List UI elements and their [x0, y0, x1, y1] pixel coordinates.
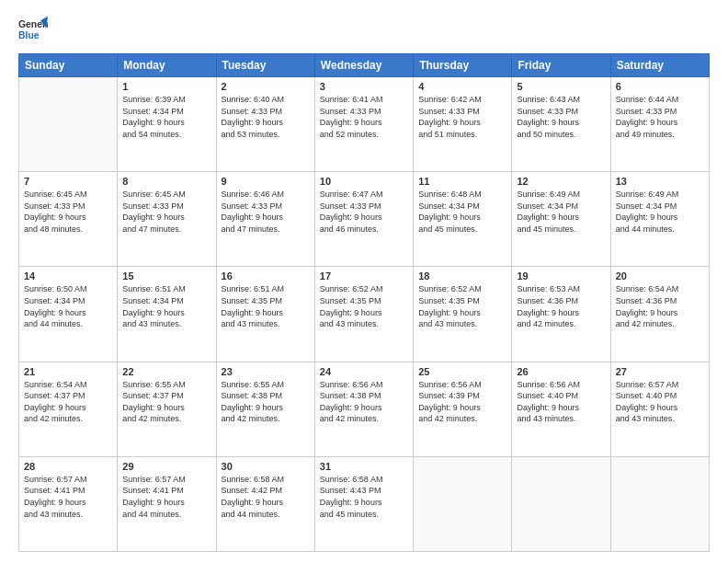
day-info: Sunrise: 6:51 AMSunset: 4:34 PMDaylight:…: [122, 283, 210, 329]
day-info: Sunrise: 6:48 AMSunset: 4:34 PMDaylight:…: [418, 189, 506, 235]
calendar-week: 28Sunrise: 6:57 AMSunset: 4:41 PMDayligh…: [19, 456, 710, 551]
day-number: 24: [320, 366, 408, 377]
day-info: Sunrise: 6:56 AMSunset: 4:38 PMDaylight:…: [320, 379, 408, 425]
day-number: 20: [616, 270, 704, 282]
calendar-day: 18Sunrise: 6:52 AMSunset: 4:35 PMDayligh…: [414, 267, 512, 362]
day-number: 4: [418, 81, 506, 92]
day-info: Sunrise: 6:55 AMSunset: 4:37 PMDaylight:…: [122, 379, 210, 425]
calendar-day: 26Sunrise: 6:56 AMSunset: 4:40 PMDayligh…: [512, 362, 610, 456]
calendar-day: 20Sunrise: 6:54 AMSunset: 4:36 PMDayligh…: [610, 267, 709, 362]
calendar-day: 6Sunrise: 6:44 AMSunset: 4:33 PMDaylight…: [610, 77, 709, 172]
day-number: 18: [418, 270, 506, 282]
day-info: Sunrise: 6:49 AMSunset: 4:34 PMDaylight:…: [517, 189, 605, 235]
day-number: 19: [517, 270, 605, 282]
logo: General Blue: [18, 15, 48, 44]
day-info: Sunrise: 6:56 AMSunset: 4:40 PMDaylight:…: [517, 379, 605, 425]
day-number: 29: [122, 461, 210, 472]
day-info: Sunrise: 6:57 AMSunset: 4:41 PMDaylight:…: [24, 474, 112, 520]
day-info: Sunrise: 6:44 AMSunset: 4:33 PMDaylight:…: [616, 94, 704, 140]
page: General Blue SundayMondayTuesdayWednesda…: [0, 0, 728, 563]
calendar-day: 2Sunrise: 6:40 AMSunset: 4:33 PMDaylight…: [216, 77, 314, 172]
day-info: Sunrise: 6:57 AMSunset: 4:40 PMDaylight:…: [616, 379, 704, 425]
calendar-day: 19Sunrise: 6:53 AMSunset: 4:36 PMDayligh…: [512, 267, 610, 362]
calendar-day: 27Sunrise: 6:57 AMSunset: 4:40 PMDayligh…: [610, 362, 709, 456]
day-info: Sunrise: 6:42 AMSunset: 4:33 PMDaylight:…: [418, 94, 506, 140]
day-info: Sunrise: 6:56 AMSunset: 4:39 PMDaylight:…: [418, 379, 506, 425]
day-info: Sunrise: 6:52 AMSunset: 4:35 PMDaylight:…: [320, 283, 408, 329]
calendar-day: 14Sunrise: 6:50 AMSunset: 4:34 PMDayligh…: [19, 267, 118, 362]
calendar-day: 30Sunrise: 6:58 AMSunset: 4:42 PMDayligh…: [216, 456, 314, 551]
calendar-week: 1Sunrise: 6:39 AMSunset: 4:34 PMDaylight…: [19, 77, 710, 172]
calendar-day: [512, 456, 610, 551]
day-number: 17: [320, 270, 408, 282]
day-info: Sunrise: 6:51 AMSunset: 4:35 PMDaylight:…: [222, 283, 310, 329]
day-number: 22: [122, 366, 210, 377]
calendar-day: 12Sunrise: 6:49 AMSunset: 4:34 PMDayligh…: [512, 172, 610, 267]
calendar-week: 14Sunrise: 6:50 AMSunset: 4:34 PMDayligh…: [19, 267, 710, 362]
weekday-header: Sunday: [19, 54, 118, 77]
day-info: Sunrise: 6:58 AMSunset: 4:42 PMDaylight:…: [222, 474, 310, 520]
calendar-day: 21Sunrise: 6:54 AMSunset: 4:37 PMDayligh…: [19, 362, 118, 456]
day-number: 2: [222, 81, 310, 92]
calendar-day: 5Sunrise: 6:43 AMSunset: 4:33 PMDaylight…: [512, 77, 610, 172]
day-number: 11: [418, 176, 506, 187]
weekday-header: Friday: [512, 54, 610, 77]
calendar-day: 17Sunrise: 6:52 AMSunset: 4:35 PMDayligh…: [314, 267, 413, 362]
day-number: 12: [517, 176, 605, 187]
calendar-day: 11Sunrise: 6:48 AMSunset: 4:34 PMDayligh…: [414, 172, 512, 267]
calendar-body: 1Sunrise: 6:39 AMSunset: 4:34 PMDaylight…: [19, 77, 710, 552]
calendar-week: 21Sunrise: 6:54 AMSunset: 4:37 PMDayligh…: [19, 362, 710, 456]
day-info: Sunrise: 6:52 AMSunset: 4:35 PMDaylight:…: [418, 283, 506, 329]
calendar-week: 7Sunrise: 6:45 AMSunset: 4:33 PMDaylight…: [19, 172, 710, 267]
calendar-day: 16Sunrise: 6:51 AMSunset: 4:35 PMDayligh…: [216, 267, 314, 362]
day-number: 3: [320, 81, 408, 92]
day-number: 14: [24, 270, 112, 282]
calendar-day: 7Sunrise: 6:45 AMSunset: 4:33 PMDaylight…: [19, 172, 118, 267]
day-number: 5: [517, 81, 605, 92]
calendar-day: 10Sunrise: 6:47 AMSunset: 4:33 PMDayligh…: [314, 172, 413, 267]
svg-text:Blue: Blue: [18, 30, 40, 40]
day-number: 8: [122, 176, 210, 187]
weekday-header: Tuesday: [216, 54, 314, 77]
day-number: 1: [122, 81, 210, 92]
calendar-day: 4Sunrise: 6:42 AMSunset: 4:33 PMDaylight…: [414, 77, 512, 172]
day-number: 16: [222, 270, 310, 282]
day-number: 26: [517, 366, 605, 377]
calendar-day: 28Sunrise: 6:57 AMSunset: 4:41 PMDayligh…: [19, 456, 118, 551]
calendar-day: 8Sunrise: 6:45 AMSunset: 4:33 PMDaylight…: [118, 172, 216, 267]
day-number: 23: [222, 366, 310, 377]
calendar-day: 15Sunrise: 6:51 AMSunset: 4:34 PMDayligh…: [118, 267, 216, 362]
day-info: Sunrise: 6:47 AMSunset: 4:33 PMDaylight:…: [320, 189, 408, 235]
day-number: 25: [418, 366, 506, 377]
calendar-day: 9Sunrise: 6:46 AMSunset: 4:33 PMDaylight…: [216, 172, 314, 267]
day-info: Sunrise: 6:45 AMSunset: 4:33 PMDaylight:…: [122, 189, 210, 235]
day-number: 28: [24, 461, 112, 472]
day-info: Sunrise: 6:40 AMSunset: 4:33 PMDaylight:…: [222, 94, 310, 140]
calendar-day: 13Sunrise: 6:49 AMSunset: 4:34 PMDayligh…: [610, 172, 709, 267]
header: General Blue: [18, 15, 710, 44]
day-number: 9: [222, 176, 310, 187]
day-info: Sunrise: 6:41 AMSunset: 4:33 PMDaylight:…: [320, 94, 408, 140]
calendar-day: 3Sunrise: 6:41 AMSunset: 4:33 PMDaylight…: [314, 77, 413, 172]
calendar-day: 29Sunrise: 6:57 AMSunset: 4:41 PMDayligh…: [118, 456, 216, 551]
day-info: Sunrise: 6:57 AMSunset: 4:41 PMDaylight:…: [122, 474, 210, 520]
day-number: 27: [616, 366, 704, 377]
calendar-day: 23Sunrise: 6:55 AMSunset: 4:38 PMDayligh…: [216, 362, 314, 456]
weekday-header: Monday: [118, 54, 216, 77]
day-number: 7: [24, 176, 112, 187]
weekday-header: Thursday: [414, 54, 512, 77]
day-info: Sunrise: 6:54 AMSunset: 4:37 PMDaylight:…: [24, 379, 112, 425]
day-number: 15: [122, 270, 210, 282]
day-info: Sunrise: 6:45 AMSunset: 4:33 PMDaylight:…: [24, 189, 112, 235]
day-info: Sunrise: 6:39 AMSunset: 4:34 PMDaylight:…: [122, 94, 210, 140]
day-info: Sunrise: 6:50 AMSunset: 4:34 PMDaylight:…: [24, 283, 112, 329]
calendar-day: 24Sunrise: 6:56 AMSunset: 4:38 PMDayligh…: [314, 362, 413, 456]
calendar-day: 22Sunrise: 6:55 AMSunset: 4:37 PMDayligh…: [118, 362, 216, 456]
calendar-table: SundayMondayTuesdayWednesdayThursdayFrid…: [18, 53, 710, 552]
calendar-day: 31Sunrise: 6:58 AMSunset: 4:43 PMDayligh…: [314, 456, 413, 551]
day-info: Sunrise: 6:53 AMSunset: 4:36 PMDaylight:…: [517, 283, 605, 329]
day-info: Sunrise: 6:55 AMSunset: 4:38 PMDaylight:…: [222, 379, 310, 425]
day-info: Sunrise: 6:43 AMSunset: 4:33 PMDaylight:…: [517, 94, 605, 140]
day-info: Sunrise: 6:49 AMSunset: 4:34 PMDaylight:…: [616, 189, 704, 235]
calendar-day: 25Sunrise: 6:56 AMSunset: 4:39 PMDayligh…: [414, 362, 512, 456]
